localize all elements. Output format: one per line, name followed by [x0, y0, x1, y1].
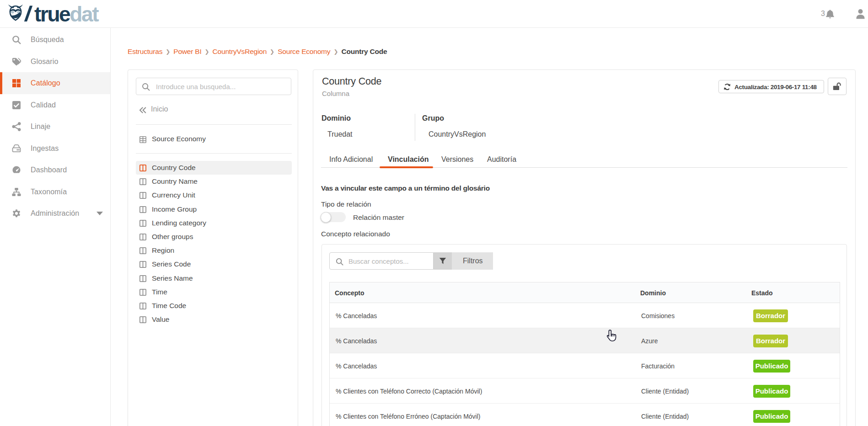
- svg-text:truedat: truedat: [34, 4, 99, 23]
